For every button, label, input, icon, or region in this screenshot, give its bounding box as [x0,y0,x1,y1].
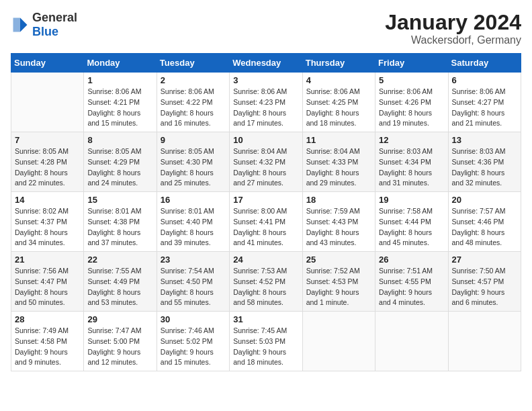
day-info: Sunrise: 8:06 AM Sunset: 4:21 PM Dayligh… [87,87,152,129]
day-info: Sunrise: 7:52 AM Sunset: 4:53 PM Dayligh… [306,266,371,308]
calendar-cell: 26Sunrise: 7:51 AM Sunset: 4:55 PM Dayli… [375,252,448,312]
calendar-cell: 30Sunrise: 7:46 AM Sunset: 5:02 PM Dayli… [157,312,229,371]
column-header-tuesday: Tuesday [157,54,229,73]
day-number: 11 [306,135,371,145]
calendar-cell: 6Sunrise: 8:06 AM Sunset: 4:27 PM Daylig… [448,73,521,132]
calendar-cell [375,312,448,371]
calendar-cell: 21Sunrise: 7:56 AM Sunset: 4:47 PM Dayli… [11,252,84,312]
day-number: 23 [161,255,226,265]
calendar-cell: 12Sunrise: 8:03 AM Sunset: 4:34 PM Dayli… [375,132,448,192]
day-info: Sunrise: 7:45 AM Sunset: 5:03 PM Dayligh… [233,326,298,368]
calendar-cell: 25Sunrise: 7:52 AM Sunset: 4:53 PM Dayli… [302,252,375,312]
calendar-table: SundayMondayTuesdayWednesdayThursdayFrid… [11,53,521,371]
day-info: Sunrise: 8:06 AM Sunset: 4:27 PM Dayligh… [452,87,517,129]
column-header-thursday: Thursday [302,54,375,73]
calendar-cell: 27Sunrise: 7:50 AM Sunset: 4:57 PM Dayli… [448,252,521,312]
calendar-cell: 2Sunrise: 8:06 AM Sunset: 4:22 PM Daylig… [157,73,229,132]
day-info: Sunrise: 7:57 AM Sunset: 4:46 PM Dayligh… [452,206,517,248]
calendar-cell: 20Sunrise: 7:57 AM Sunset: 4:46 PM Dayli… [448,192,521,252]
day-number: 22 [87,255,152,265]
day-number: 6 [452,75,517,85]
day-number: 18 [306,195,371,205]
calendar-cell: 28Sunrise: 7:49 AM Sunset: 4:58 PM Dayli… [11,312,84,371]
day-number: 2 [161,75,226,85]
calendar-cell: 17Sunrise: 8:00 AM Sunset: 4:41 PM Dayli… [230,192,302,252]
calendar-week-row: 1Sunrise: 8:06 AM Sunset: 4:21 PM Daylig… [11,73,521,132]
day-info: Sunrise: 8:06 AM Sunset: 4:22 PM Dayligh… [161,87,226,129]
column-header-wednesday: Wednesday [230,54,302,73]
day-info: Sunrise: 7:58 AM Sunset: 4:44 PM Dayligh… [379,206,444,248]
calendar-subtitle: Wackersdorf, Germany [385,34,521,46]
day-number: 14 [15,195,80,205]
day-info: Sunrise: 8:03 AM Sunset: 4:36 PM Dayligh… [452,146,517,189]
calendar-cell [11,73,84,132]
day-number: 27 [452,255,517,265]
day-number: 29 [87,314,152,324]
day-info: Sunrise: 7:51 AM Sunset: 4:55 PM Dayligh… [379,266,444,308]
calendar-cell: 22Sunrise: 7:55 AM Sunset: 4:49 PM Dayli… [84,252,157,312]
day-info: Sunrise: 8:06 AM Sunset: 4:23 PM Dayligh… [233,87,298,129]
day-info: Sunrise: 8:06 AM Sunset: 4:26 PM Dayligh… [379,87,444,129]
day-info: Sunrise: 8:00 AM Sunset: 4:41 PM Dayligh… [233,206,298,248]
day-number: 19 [379,195,444,205]
day-number: 15 [87,195,152,205]
day-number: 4 [306,75,371,85]
day-info: Sunrise: 8:04 AM Sunset: 4:33 PM Dayligh… [306,146,371,189]
day-number: 16 [161,195,226,205]
day-number: 20 [452,195,517,205]
day-info: Sunrise: 7:54 AM Sunset: 4:50 PM Dayligh… [161,266,226,308]
title-block: January 2024 Wackersdorf, Germany [385,11,521,46]
day-number: 3 [233,75,298,85]
day-info: Sunrise: 8:04 AM Sunset: 4:32 PM Dayligh… [233,146,298,189]
calendar-cell: 15Sunrise: 8:01 AM Sunset: 4:38 PM Dayli… [84,192,157,252]
day-info: Sunrise: 7:56 AM Sunset: 4:47 PM Dayligh… [15,266,80,308]
logo-icon [11,15,30,34]
calendar-cell: 5Sunrise: 8:06 AM Sunset: 4:26 PM Daylig… [375,73,448,132]
calendar-cell: 31Sunrise: 7:45 AM Sunset: 5:03 PM Dayli… [230,312,302,371]
calendar-cell [448,312,521,371]
calendar-week-row: 21Sunrise: 7:56 AM Sunset: 4:47 PM Dayli… [11,252,521,312]
day-info: Sunrise: 8:01 AM Sunset: 4:38 PM Dayligh… [87,206,152,248]
day-number: 5 [379,75,444,85]
day-info: Sunrise: 8:05 AM Sunset: 4:30 PM Dayligh… [161,146,226,189]
calendar-cell: 1Sunrise: 8:06 AM Sunset: 4:21 PM Daylig… [84,73,157,132]
calendar-cell: 7Sunrise: 8:05 AM Sunset: 4:28 PM Daylig… [11,132,84,192]
svg-marker-0 [20,18,28,32]
day-info: Sunrise: 8:06 AM Sunset: 4:25 PM Dayligh… [306,87,371,129]
logo-general: General [32,11,77,24]
calendar-cell: 16Sunrise: 8:01 AM Sunset: 4:40 PM Dayli… [157,192,229,252]
day-info: Sunrise: 7:47 AM Sunset: 5:00 PM Dayligh… [87,326,152,368]
logo-blue: Blue [32,25,58,38]
calendar-cell: 19Sunrise: 7:58 AM Sunset: 4:44 PM Dayli… [375,192,448,252]
column-header-monday: Monday [84,54,157,73]
column-header-saturday: Saturday [448,54,521,73]
calendar-cell: 29Sunrise: 7:47 AM Sunset: 5:00 PM Dayli… [84,312,157,371]
day-number: 28 [15,314,80,324]
calendar-cell: 11Sunrise: 8:04 AM Sunset: 4:33 PM Dayli… [302,132,375,192]
day-number: 13 [452,135,517,145]
day-info: Sunrise: 7:55 AM Sunset: 4:49 PM Dayligh… [87,266,152,308]
logo: General Blue [11,11,77,39]
calendar-cell: 18Sunrise: 7:59 AM Sunset: 4:43 PM Dayli… [302,192,375,252]
calendar-title: January 2024 [385,11,521,34]
day-info: Sunrise: 7:46 AM Sunset: 5:02 PM Dayligh… [161,326,226,368]
calendar-week-row: 14Sunrise: 8:02 AM Sunset: 4:37 PM Dayli… [11,192,521,252]
day-info: Sunrise: 8:01 AM Sunset: 4:40 PM Dayligh… [161,206,226,248]
calendar-cell: 3Sunrise: 8:06 AM Sunset: 4:23 PM Daylig… [230,73,302,132]
calendar-cell: 13Sunrise: 8:03 AM Sunset: 4:36 PM Dayli… [448,132,521,192]
day-info: Sunrise: 8:05 AM Sunset: 4:29 PM Dayligh… [87,146,152,189]
column-header-sunday: Sunday [11,54,84,73]
day-number: 10 [233,135,298,145]
day-number: 9 [161,135,226,145]
day-number: 1 [87,75,152,85]
calendar-cell [302,312,375,371]
day-number: 17 [233,195,298,205]
day-number: 31 [233,314,298,324]
calendar-cell: 24Sunrise: 7:53 AM Sunset: 4:52 PM Dayli… [230,252,302,312]
calendar-cell: 10Sunrise: 8:04 AM Sunset: 4:32 PM Dayli… [230,132,302,192]
calendar-cell: 8Sunrise: 8:05 AM Sunset: 4:29 PM Daylig… [84,132,157,192]
day-info: Sunrise: 7:53 AM Sunset: 4:52 PM Dayligh… [233,266,298,308]
header: General Blue January 2024 Wackersdorf, G… [11,11,521,46]
day-number: 8 [87,135,152,145]
calendar-week-row: 7Sunrise: 8:05 AM Sunset: 4:28 PM Daylig… [11,132,521,192]
